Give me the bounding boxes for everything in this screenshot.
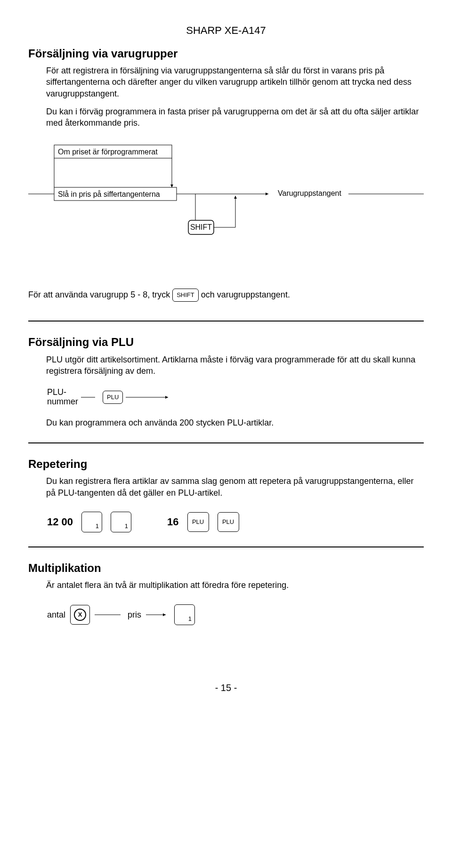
x-key: X [70,605,90,625]
diagram-box-preprogrammed: Om priset är förprogrammerat [58,148,158,156]
x-circle-icon: X [74,609,86,621]
section1-p1: För att registrera in försäljning via va… [46,65,424,99]
shift-post-text: och varugruppstangent. [201,290,290,299]
dept-key-1a: 1 [81,512,102,532]
repeat-example-row: 12 00 1 1 16 PLU PLU [47,512,424,532]
dept-key-1b: 1 [111,512,131,532]
plu-key: PLU [103,391,123,404]
multiplication-row: antal X pris 1 [47,604,424,625]
plu-number-label: PLU- nummer [47,388,78,407]
section3-heading: Repetering [28,457,424,472]
repeat-num2: 16 [167,515,178,529]
arrow-icon-3 [95,610,123,619]
diagram-box-enter-price: Slå in pris på siffertangenterna [58,190,160,198]
document-header: SHARP XE-A147 [28,24,424,38]
plu-key-b: PLU [218,512,239,532]
repeat-num1: 12 00 [47,515,73,529]
arrow-icon-4 [146,610,170,619]
pris-label: pris [128,609,141,620]
dept-key-mult: 1 [174,604,195,625]
section2-p1: PLU utgör ditt artikelsortiment. Artikla… [46,354,424,377]
section2-heading: Försäljning via PLU [28,335,424,350]
flow-diagram: Om priset är förprogrammerat Slå in pris… [28,140,424,263]
shift-key-inline: SHIFT [172,289,199,302]
shift-usage-line: För att använda varugrupp 5 - 8, tryck S… [28,289,424,302]
arrow-icon-2 [126,393,173,402]
section3-p1: Du kan registrera flera artiklar av samm… [46,475,424,498]
section4-p1: Är antalet flera än två är multiplikatio… [46,579,424,591]
separator-2 [28,442,424,443]
section1-heading: Försäljning via varugrupper [28,46,424,61]
diagram-vg-label: Varugruppstangent [278,189,341,197]
separator-3 [28,547,424,547]
diagram-shift-key: SHIFT [190,223,212,231]
plu-label-1: PLU- [47,387,66,397]
page-number: - 15 - [28,682,424,694]
plu-diagram-row: PLU- nummer PLU [47,388,424,407]
section1-p2: Du kan i förväg programmera in fasta pri… [46,106,424,129]
shift-pre-text: För att använda varugrupp 5 - 8, tryck [28,290,170,299]
section4-heading: Multiplikation [28,561,424,576]
section2-p2: Du kan programmera och använda 200 styck… [46,417,424,428]
antal-label: antal [47,609,65,620]
plu-label-2: nummer [47,397,78,406]
plu-key-a: PLU [187,512,209,532]
arrow-icon [81,393,100,402]
separator-1 [28,321,424,321]
